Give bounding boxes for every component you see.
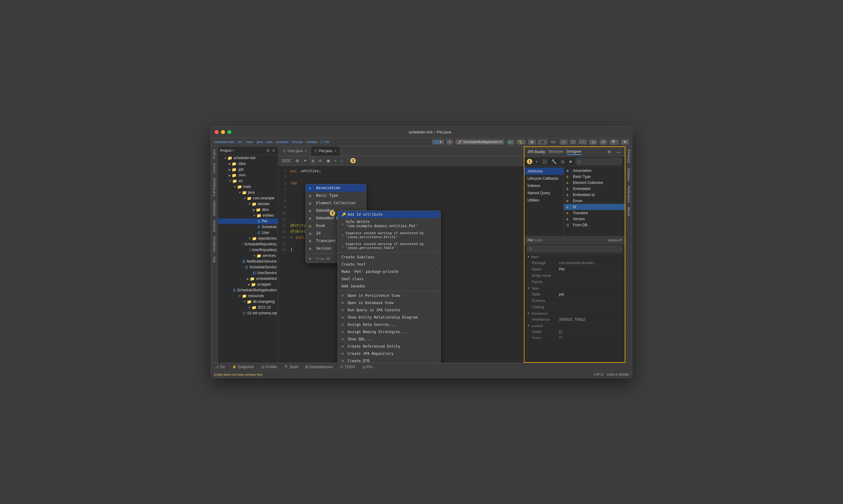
attr-id[interactable]: a Id bbox=[564, 204, 625, 210]
vtab-project[interactable]: Project bbox=[212, 148, 217, 161]
breadcrumb-pet[interactable]: Pet bbox=[324, 140, 329, 144]
tree-sql-file[interactable]: 🗋 01-init-schema.sql bbox=[218, 310, 278, 316]
ctx-entity-diagram[interactable]: ⊞ Show Entity Relationship Diagram bbox=[338, 314, 440, 321]
editor-content[interactable]: 1 pac .entities; 2 3 imp 5 bbox=[278, 166, 524, 363]
attr-element-collection[interactable]: a Element Collection bbox=[564, 180, 625, 186]
tab-build[interactable]: 🔨 Build bbox=[283, 364, 299, 370]
ctx-safe-delete[interactable]: ⚠ Safe delete 'com.example.domain.entiti… bbox=[338, 218, 440, 230]
section-lombok[interactable]: ▼ Lombok bbox=[524, 323, 625, 329]
doc-button[interactable]: DOC bbox=[281, 158, 293, 164]
user-nav-button[interactable]: 👤 ▾ bbox=[432, 140, 444, 145]
run-config-button[interactable]: 🚀 SchedulerBotApplication ▾ bbox=[455, 140, 504, 145]
vtab-bookmarks[interactable]: Bookmarks bbox=[212, 199, 217, 217]
run-button[interactable]: ▶ bbox=[507, 140, 514, 145]
vtab-pull-requests[interactable]: Pull Requests bbox=[212, 176, 217, 198]
breadcrumb-entities[interactable]: entities bbox=[307, 140, 317, 144]
section-basic[interactable]: ▼ Basic bbox=[524, 254, 625, 260]
vtab-commit[interactable]: Commit bbox=[212, 161, 217, 175]
git-revert-button[interactable]: ↺ bbox=[600, 140, 607, 145]
ctx-open-persistence[interactable]: ⊞ Open in Persistence View bbox=[338, 292, 440, 299]
breadcrumb-com[interactable]: com bbox=[266, 140, 273, 144]
attr-embedded-id[interactable]: a Embedded Id bbox=[564, 192, 625, 198]
tree-src[interactable]: ▼ 📁 src bbox=[218, 178, 278, 184]
maximize-button[interactable] bbox=[227, 130, 231, 134]
tree-schedule[interactable]: C Schedule bbox=[218, 224, 278, 230]
attr-section-utilities[interactable]: Utilities bbox=[524, 197, 564, 204]
ctx-add-id[interactable]: 🔑 Add Id attribute › bbox=[338, 211, 440, 218]
tree-schedulerepo[interactable]: I ScheduleRepository bbox=[218, 241, 278, 247]
attr-basic-type[interactable]: a Basic Type bbox=[564, 174, 625, 180]
jpa-search-input[interactable] bbox=[575, 158, 622, 165]
ctx-seal[interactable]: Seal class › bbox=[338, 275, 440, 283]
attr-association[interactable]: ◈ Association bbox=[564, 167, 625, 174]
method-button[interactable]: m bbox=[317, 158, 323, 164]
attr-from-db[interactable]: ⊞ From DB bbox=[564, 222, 625, 228]
tilde-button[interactable]: ≈ bbox=[333, 158, 338, 164]
tab-todo[interactable]: ☑ TODO bbox=[339, 364, 356, 370]
attr-button[interactable]: a bbox=[310, 157, 315, 164]
tab-git[interactable]: ⎇ Git bbox=[213, 364, 226, 370]
tree-user[interactable]: C User bbox=[218, 230, 278, 236]
minimize-button[interactable] bbox=[221, 130, 225, 134]
tree-idea[interactable]: ▶ 📁 .idea bbox=[218, 161, 278, 167]
tree-userrepo[interactable]: I UserRepository bbox=[218, 247, 278, 253]
git-history-button[interactable]: ◷ bbox=[589, 140, 597, 145]
tree-repositories[interactable]: ▼ 📁 repositories bbox=[218, 236, 278, 241]
attr-transient[interactable]: a Transient bbox=[564, 210, 625, 216]
git-check-button[interactable]: ✓ bbox=[560, 140, 567, 145]
attr-enum[interactable]: a Enum bbox=[564, 198, 625, 204]
close-button[interactable] bbox=[215, 130, 219, 134]
debug-button[interactable]: 🐛 bbox=[517, 140, 526, 145]
dropdown-basic-type[interactable]: a Basic Type bbox=[306, 192, 366, 199]
dropdown-association[interactable]: ◈ Association bbox=[306, 184, 366, 192]
jpa-minimize-button[interactable]: — bbox=[615, 149, 622, 155]
stop-button[interactable]: ⬛ bbox=[538, 140, 547, 145]
ctx-javadoc[interactable]: Add Javadoc › bbox=[338, 283, 440, 290]
vtab-notifications[interactable]: Notifications bbox=[626, 184, 631, 205]
dropdown-element-collection[interactable]: a Element Collection bbox=[306, 199, 366, 207]
chart-button[interactable]: ⬛ bbox=[541, 159, 548, 165]
attr-section-attributes[interactable]: Attributes bbox=[524, 167, 564, 175]
tree-pet[interactable]: C Pet bbox=[218, 218, 278, 224]
ctx-create-dto[interactable]: ⊞ Create DTO bbox=[338, 357, 440, 363]
tree-notification-svc[interactable]: C NotificationService bbox=[218, 259, 278, 265]
circle-button[interactable]: ◉ bbox=[325, 158, 331, 164]
settings-button[interactable]: ⚙ bbox=[621, 140, 629, 145]
tree-schedule-svc[interactable]: C ScheduleService bbox=[218, 265, 278, 270]
vtab-structure[interactable]: Structure bbox=[212, 218, 217, 234]
add-attr-button[interactable]: + bbox=[534, 159, 539, 165]
tab-structure[interactable]: Structure bbox=[548, 149, 563, 155]
tree-jpb[interactable]: ▶ 📁 .jpb bbox=[218, 167, 278, 173]
ctx-suppress-table[interactable]: ⚠ Suppress unused warning if annotated b… bbox=[338, 240, 440, 251]
vtab-jpa-buddy[interactable]: JPA Buddy bbox=[626, 146, 631, 166]
cursor-button[interactable]: ⌖ bbox=[446, 140, 453, 145]
ctx-create-ref-entity[interactable]: ⊞ Create Referenced Entity bbox=[338, 343, 440, 350]
attr-embedded[interactable]: a Embedded bbox=[564, 186, 625, 192]
attr-section-indexes[interactable]: Indexes bbox=[524, 182, 564, 190]
tree-java[interactable]: ▼ 📁 java bbox=[218, 190, 278, 195]
breadcrumb-example[interactable]: example bbox=[276, 140, 289, 144]
tab-pro[interactable]: ◎ Pro... bbox=[361, 364, 377, 370]
close-icon[interactable]: ✕ bbox=[272, 148, 276, 153]
git-up-button[interactable]: ↑ bbox=[570, 140, 577, 144]
ctx-create-jpa-repo[interactable]: ⊞ Create JPA Repository bbox=[338, 350, 440, 357]
tree-main[interactable]: ▼ 📁 main bbox=[218, 184, 278, 190]
tree-services[interactable]: ▼ 📁 services bbox=[218, 253, 278, 259]
tree-2022-10[interactable]: ▼ 📁 2022.10 bbox=[218, 305, 278, 310]
context-menu[interactable]: 🔑 Add Id attribute › ⚠ Safe delete 'com.… bbox=[338, 211, 441, 363]
ctx-assign-ds[interactable]: ⊞ Assign Data Sources... bbox=[338, 321, 440, 328]
entity-actions-button[interactable]: Actions ▾ bbox=[608, 238, 622, 242]
tab-close-icon[interactable]: ✕ bbox=[334, 149, 337, 153]
breadcrumb-domain[interactable]: domain bbox=[292, 140, 303, 144]
tree-dtos[interactable]: ▶ 📁 dtos bbox=[218, 207, 278, 213]
vtab-persistence[interactable]: Persistence bbox=[212, 234, 217, 254]
tab-profiler[interactable]: ◎ Profiler bbox=[260, 364, 278, 370]
ctx-create-subclass[interactable]: Create Subclass › bbox=[338, 253, 440, 261]
add-button[interactable]: ⊕ bbox=[294, 158, 300, 164]
attr-section-lifecycle[interactable]: Lifecycle Callbacks bbox=[524, 175, 564, 182]
vtab-maven[interactable]: Maven bbox=[626, 205, 631, 219]
ctx-suppress-entity[interactable]: ⚠ Suppress unused warning if annotated b… bbox=[338, 230, 440, 240]
ctx-create-test[interactable]: Create Test › bbox=[338, 261, 440, 268]
ctx-open-db[interactable]: ⊞ Open in Database View bbox=[338, 299, 440, 306]
tree-scrapper[interactable]: ▶ 📁 scrapper bbox=[218, 282, 278, 287]
